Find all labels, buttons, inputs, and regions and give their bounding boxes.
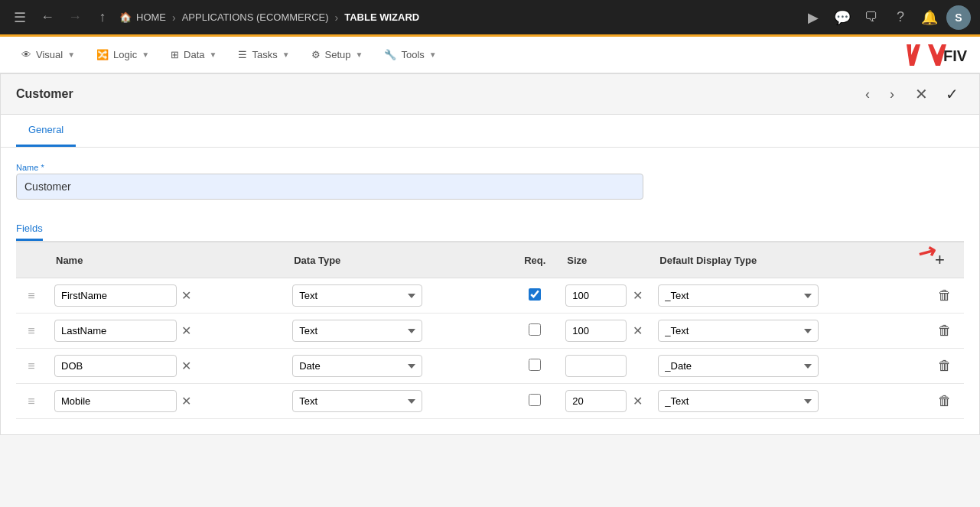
nav-setup[interactable]: ⚙ Setup ▼: [302, 44, 373, 65]
five-logo: FIVE: [907, 44, 968, 66]
clear-size-2[interactable]: ✕: [633, 323, 643, 338]
req-checkbox-3[interactable]: [529, 359, 541, 371]
menu-icon[interactable]: ☰: [9, 9, 31, 26]
delete-button-4[interactable]: 🗑: [933, 390, 956, 412]
field-name-input-4[interactable]: [54, 390, 177, 412]
nav-logic[interactable]: 🔀 Logic ▼: [87, 44, 158, 65]
req-cell-2: [512, 314, 558, 349]
delete-button-3[interactable]: 🗑: [933, 355, 956, 377]
save-button[interactable]: ✓: [939, 82, 964, 106]
name-cell-4: ✕: [47, 384, 285, 419]
th-add: ↗ +: [926, 242, 964, 278]
req-checkbox-2[interactable]: [529, 323, 541, 336]
tools-icon: 🔧: [384, 49, 396, 60]
chat-icon[interactable]: 💬: [830, 5, 855, 30]
datatype-cell-1: Text Date Integer Decimal Boolean: [285, 278, 512, 314]
displaytype-select-4[interactable]: _Text _Date: [658, 390, 819, 412]
drag-handle-1[interactable]: ≡: [16, 278, 47, 314]
back-icon[interactable]: ←: [37, 9, 58, 25]
nav-tools[interactable]: 🔧 Tools ▼: [375, 44, 445, 65]
datatype-select-1[interactable]: Text Date Integer Decimal Boolean: [292, 284, 422, 307]
clear-name-1[interactable]: ✕: [181, 288, 191, 303]
th-datatype: Data Type: [285, 242, 512, 278]
setup-dropdown-arrow: ▼: [356, 50, 363, 59]
size-input-4[interactable]: [565, 390, 627, 412]
clear-size-1[interactable]: ✕: [633, 288, 643, 303]
breadcrumb-home[interactable]: 🏠 HOME: [119, 11, 166, 23]
displaytype-cell-1: _Text _Date _Integer: [650, 278, 926, 314]
play-button[interactable]: ▶: [801, 5, 825, 30]
field-name-input-3[interactable]: [54, 355, 177, 377]
up-icon[interactable]: ↑: [92, 9, 113, 25]
forward-icon[interactable]: →: [64, 9, 86, 25]
displaytype-select-1[interactable]: _Text _Date _Integer: [658, 284, 819, 307]
tasks-icon: ☰: [238, 49, 247, 60]
delete-cell-4: 🗑: [926, 384, 964, 419]
size-input-3[interactable]: [565, 355, 627, 377]
panel-next-button[interactable]: ›: [881, 83, 903, 105]
field-name-input-2[interactable]: [54, 320, 177, 342]
clear-name-3[interactable]: ✕: [181, 359, 191, 373]
delete-cell-3: 🗑: [926, 349, 964, 384]
name-cell-3: ✕: [47, 349, 285, 384]
datatype-select-4[interactable]: Text Date Integer: [292, 390, 422, 412]
size-cell-4: ✕: [558, 384, 650, 419]
breadcrumb-sep-2: ›: [335, 11, 339, 24]
drag-handle-3[interactable]: ≡: [16, 349, 47, 384]
setup-icon: ⚙: [311, 49, 321, 60]
req-checkbox-4[interactable]: [529, 394, 541, 406]
nav-tasks[interactable]: ☰ Tasks ▼: [229, 44, 298, 65]
clear-name-4[interactable]: ✕: [181, 394, 191, 408]
displaytype-select-3[interactable]: _Text _Date: [658, 355, 819, 377]
svg-text:FIVE: FIVE: [943, 47, 968, 64]
req-checkbox-1[interactable]: [529, 288, 541, 301]
delete-cell-2: 🗑: [926, 314, 964, 349]
panel-prev-button[interactable]: ‹: [857, 83, 878, 105]
nav-visual[interactable]: 👁 Visual ▼: [12, 44, 84, 65]
add-field-button[interactable]: +: [935, 250, 945, 270]
breadcrumb-table-wizard[interactable]: TABLE WIZARD: [344, 11, 419, 23]
datatype-select-2[interactable]: Text Date Integer: [292, 320, 422, 342]
panel-title: Customer: [16, 87, 73, 101]
panel-header: Customer ‹ › ✕ ✓: [1, 74, 979, 115]
form-section: Name *: [1, 148, 979, 215]
help-icon[interactable]: ?: [888, 5, 913, 30]
close-button[interactable]: ✕: [909, 82, 933, 106]
th-size: Size: [558, 242, 650, 278]
size-input-1[interactable]: [565, 284, 627, 307]
tab-general[interactable]: General: [16, 115, 76, 147]
nav-data[interactable]: ⊞ Data ▼: [161, 44, 226, 65]
tabs-bar: General: [1, 115, 979, 148]
notification-icon[interactable]: 🔔: [917, 5, 942, 30]
fields-tab-label[interactable]: Fields: [16, 215, 43, 241]
req-cell-3: [512, 349, 558, 384]
delete-button-1[interactable]: 🗑: [933, 284, 956, 307]
name-input[interactable]: [16, 174, 643, 200]
displaytype-cell-4: _Text _Date: [650, 384, 926, 419]
clear-size-4[interactable]: ✕: [633, 394, 643, 408]
home-icon: 🏠: [119, 11, 132, 23]
displaytype-select-2[interactable]: _Text _Date: [658, 320, 819, 342]
clear-name-2[interactable]: ✕: [181, 323, 191, 338]
delete-cell-1: 🗑: [926, 278, 964, 314]
size-input-2[interactable]: [565, 320, 627, 342]
fields-section: Fields Name Data Type Req. Size Default …: [1, 215, 979, 434]
datatype-select-3[interactable]: Text Date Integer: [292, 355, 422, 377]
breadcrumb-applications[interactable]: APPLICATIONS (ECOMMERCE): [182, 11, 329, 23]
logic-dropdown-arrow: ▼: [142, 50, 149, 59]
tasks-dropdown-arrow: ▼: [282, 50, 290, 59]
size-cell-2: ✕: [558, 314, 650, 349]
field-name-input-1[interactable]: [54, 284, 177, 307]
table-header-row: Name Data Type Req. Size Default Display…: [16, 242, 964, 278]
message-icon[interactable]: 🗨: [859, 5, 884, 30]
avatar[interactable]: S: [946, 5, 971, 30]
table-row: ≡ ✕ Text Date Integer: [16, 314, 964, 349]
top-nav-actions: ▶ 💬 🗨 ? 🔔 S: [801, 5, 971, 30]
req-cell-4: [512, 384, 558, 419]
drag-handle-4[interactable]: ≡: [16, 384, 47, 419]
delete-button-2[interactable]: 🗑: [933, 320, 956, 342]
visual-dropdown-arrow: ▼: [67, 50, 75, 59]
breadcrumb: 🏠 HOME › APPLICATIONS (ECOMMERCE) › TABL…: [119, 11, 795, 24]
drag-handle-2[interactable]: ≡: [16, 314, 47, 349]
table-row: ≡ ✕ Text Date Integer Decimal: [16, 278, 964, 314]
